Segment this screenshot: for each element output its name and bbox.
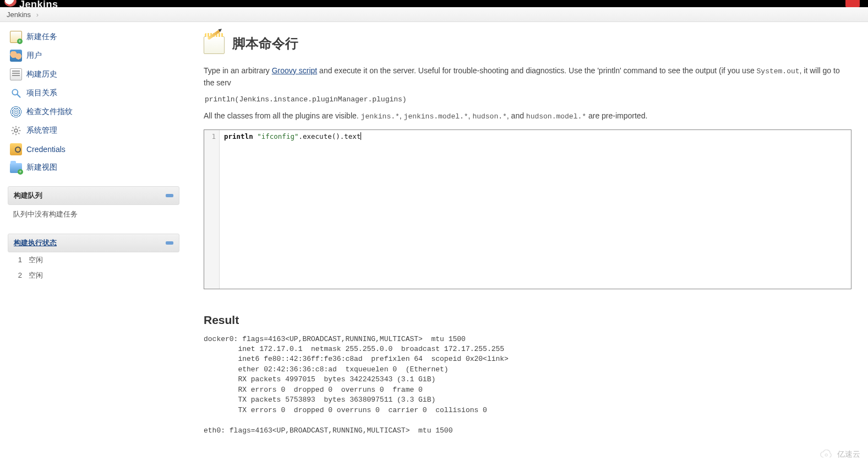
- sidebar-item-label: 构建历史: [26, 69, 57, 79]
- classes-text: are pre-imported.: [586, 111, 647, 120]
- sidebar-item-people[interactable]: 用户: [8, 46, 179, 65]
- executor-index: 2: [13, 271, 22, 279]
- executor-index: 1: [13, 256, 22, 264]
- sidebar-item-new-item[interactable]: 新建任务: [8, 28, 179, 46]
- fingerprint-icon: [10, 106, 22, 118]
- collapse-icon[interactable]: [166, 194, 173, 197]
- watermark: 亿速云: [820, 450, 860, 452]
- build-queue-panel: 构建队列 队列中没有构建任务: [8, 186, 179, 224]
- svg-line-8: [18, 133, 19, 134]
- cloud-icon: [820, 450, 834, 452]
- executor-status-header[interactable]: 构建执行状态: [8, 234, 179, 252]
- executor-status: 空闲: [29, 256, 43, 264]
- sidebar-item-label: 新建视图: [26, 163, 57, 172]
- token-plain: .execute().text: [298, 132, 361, 140]
- pkg-code: jenkins.*: [361, 112, 400, 121]
- jenkins-logo-icon: [4, 0, 17, 7]
- gear-icon: [10, 125, 22, 137]
- script-editor[interactable]: 1 println "ifconfig".execute().text: [204, 129, 851, 289]
- groovy-script-link[interactable]: Groovy script: [272, 66, 317, 75]
- sidebar-menu: 新建任务 用户 构建历史 项目关系 检查文件指纹: [8, 28, 179, 176]
- executor-status: 空闲: [29, 271, 43, 279]
- sidebar-item-project-relationship[interactable]: 项目关系: [8, 84, 179, 102]
- sidebar-item-label: 用户: [26, 51, 42, 61]
- history-icon: [10, 68, 22, 80]
- main-content: 脚本命令行 Type in an arbitrary Groovy script…: [187, 22, 868, 452]
- editor-caret: [361, 132, 361, 140]
- token-keyword: println: [224, 132, 253, 140]
- classes-text: All the classes from all the plugins are…: [204, 111, 361, 120]
- sidebar-item-label: 项目关系: [26, 88, 57, 98]
- sidebar-item-label: 检查文件指纹: [26, 107, 73, 117]
- sidebar-item-fingerprints[interactable]: 检查文件指纹: [8, 102, 179, 121]
- executor-row: 1 空闲: [8, 252, 179, 268]
- svg-line-1: [18, 95, 20, 98]
- svg-point-2: [14, 129, 18, 132]
- sidebar-item-credentials[interactable]: Credentials: [8, 140, 179, 159]
- new-item-icon: [10, 31, 22, 43]
- top-bar: Jenkins: [0, 0, 868, 7]
- sidebar-item-new-view[interactable]: 新建视图: [8, 159, 179, 176]
- intro-text: and execute it on the server. Useful for…: [317, 66, 756, 75]
- sample-code: println(Jenkins.instance.pluginManager.p…: [205, 95, 851, 104]
- token-string: "ifconfig": [257, 132, 298, 140]
- intro-paragraph: Type in an arbitrary Groovy script and e…: [204, 65, 851, 89]
- svg-line-7: [13, 127, 14, 128]
- pkg-code: jenkins.model.*: [404, 112, 468, 121]
- pkg-code: hudson.*: [472, 112, 506, 121]
- sidebar-item-label: Credentials: [26, 145, 65, 154]
- intro-text: Type in an arbitrary: [204, 66, 272, 75]
- build-queue-header[interactable]: 构建队列: [8, 186, 179, 205]
- build-queue-empty: 队列中没有构建任务: [8, 205, 179, 224]
- folder-plus-icon: [10, 163, 22, 173]
- notepad-icon: [204, 33, 225, 54]
- executor-status-panel: 构建执行状态 1 空闲 2 空闲: [8, 234, 179, 283]
- magnifier-icon: [10, 87, 22, 99]
- classes-paragraph: All the classes from all the plugins are…: [204, 111, 851, 121]
- system-out-code: System.out: [757, 67, 800, 75]
- breadcrumb-bar: Jenkins ›: [0, 7, 868, 22]
- sidebar-item-label: 系统管理: [26, 126, 57, 136]
- editor-code-area[interactable]: println "ifconfig".execute().text: [220, 130, 851, 289]
- build-queue-title: 构建队列: [14, 191, 42, 201]
- editor-gutter: 1: [204, 130, 220, 289]
- people-icon: [10, 50, 22, 62]
- pkg-code: hudson.model.*: [526, 112, 586, 121]
- page-title-wrapper: 脚本命令行: [204, 33, 851, 54]
- jenkins-logo-text[interactable]: Jenkins: [19, 0, 58, 10]
- alert-badge[interactable]: [845, 0, 860, 7]
- svg-line-10: [18, 127, 19, 128]
- sidebar-item-label: 新建任务: [26, 32, 57, 42]
- executor-row: 2 空闲: [8, 268, 179, 283]
- sidebar-item-build-history[interactable]: 构建历史: [8, 65, 179, 84]
- breadcrumb-item-jenkins[interactable]: Jenkins: [7, 10, 31, 19]
- sidebar-item-manage-jenkins[interactable]: 系统管理: [8, 121, 179, 140]
- watermark-text: 亿速云: [837, 450, 860, 452]
- credentials-icon: [10, 143, 22, 155]
- executor-status-title[interactable]: 构建执行状态: [14, 238, 57, 248]
- collapse-icon[interactable]: [166, 241, 173, 245]
- breadcrumb-separator: ›: [36, 10, 39, 19]
- sidebar: 新建任务 用户 构建历史 项目关系 检查文件指纹: [0, 22, 187, 452]
- result-heading: Result: [204, 313, 851, 327]
- page-title: 脚本命令行: [232, 35, 298, 52]
- classes-text: , and: [507, 111, 526, 120]
- result-output: docker0: flags=4163<UP,BROADCAST,RUNNING…: [204, 334, 851, 436]
- line-number: 1: [204, 132, 216, 140]
- svg-line-9: [13, 133, 14, 134]
